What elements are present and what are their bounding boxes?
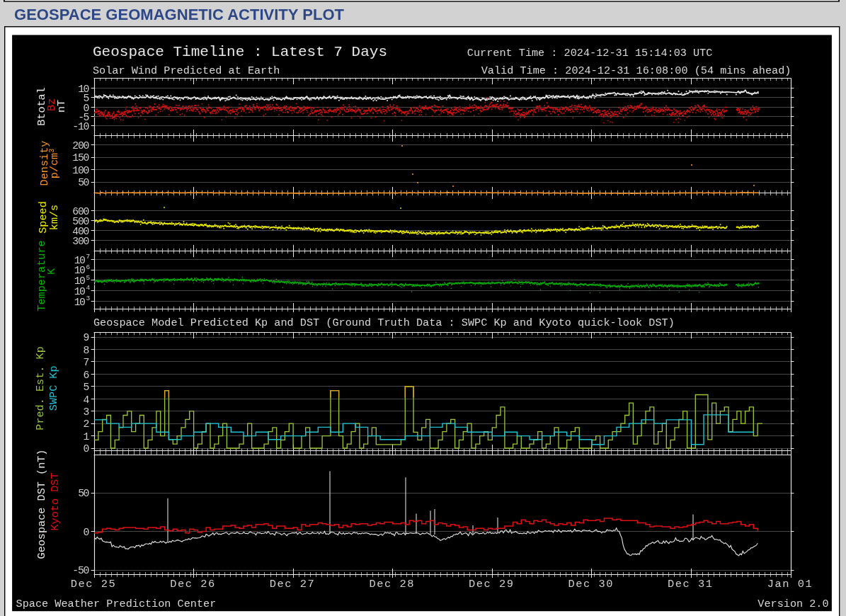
- svg-text:5: 5: [86, 274, 91, 282]
- svg-text:2: 2: [84, 418, 90, 430]
- svg-text:Solar Wind Predicted at Earth: Solar Wind Predicted at Earth: [93, 64, 280, 77]
- svg-text:3: 3: [86, 295, 91, 302]
- svg-text:Kyoto DST: Kyoto DST: [49, 472, 62, 530]
- svg-text:Geospace Timeline : Latest 7 D: Geospace Timeline : Latest 7 Days: [93, 44, 387, 60]
- svg-text:km/s: km/s: [48, 205, 61, 230]
- svg-text:50: 50: [78, 177, 89, 188]
- svg-text:4: 4: [84, 394, 90, 406]
- svg-text:10: 10: [74, 255, 86, 266]
- svg-text:Geospace Model Predicted Kp an: Geospace Model Predicted Kp and DST (Gro…: [93, 316, 675, 329]
- svg-text:Version 2.0: Version 2.0: [758, 598, 828, 610]
- svg-text:7: 7: [84, 357, 90, 368]
- svg-text:4: 4: [86, 284, 91, 292]
- svg-text:nT: nT: [55, 100, 68, 113]
- svg-text:200: 200: [72, 140, 89, 152]
- svg-text:Geospace DST (nT): Geospace DST (nT): [35, 450, 48, 559]
- svg-text:p/cm3: p/cm3: [48, 149, 61, 178]
- svg-text:Temperature: Temperature: [35, 240, 48, 311]
- svg-text:8: 8: [84, 345, 90, 356]
- svg-text:50: 50: [78, 488, 89, 499]
- svg-text:-10: -10: [72, 121, 89, 132]
- svg-text:0: 0: [84, 527, 90, 538]
- svg-text:10: 10: [74, 275, 86, 287]
- svg-text:-50: -50: [72, 565, 89, 576]
- svg-text:Space Weather Prediction Cente: Space Weather Prediction Center: [16, 598, 217, 610]
- svg-text:Pred. Est. Kp: Pred. Est. Kp: [34, 346, 47, 430]
- svg-text:0: 0: [84, 443, 90, 455]
- svg-text:10: 10: [74, 286, 86, 297]
- svg-text:1: 1: [84, 431, 90, 443]
- svg-text:3: 3: [84, 406, 90, 418]
- svg-text:6: 6: [86, 263, 91, 271]
- svg-text:150: 150: [72, 152, 89, 164]
- svg-text:100: 100: [72, 165, 89, 176]
- svg-text:SWPC Kp: SWPC Kp: [47, 365, 60, 411]
- svg-text:10: 10: [74, 297, 86, 308]
- svg-text:300: 300: [72, 236, 89, 247]
- svg-text:Current Time : 2024-12-31 15:1: Current Time : 2024-12-31 15:14:03 UTC: [467, 47, 713, 59]
- svg-text:5: 5: [84, 382, 90, 393]
- svg-text:Valid Time : 2024-12-31 16:08:: Valid Time : 2024-12-31 16:08:00 (54 min…: [481, 64, 791, 77]
- svg-text:10: 10: [74, 265, 86, 276]
- svg-text:7: 7: [86, 253, 91, 261]
- svg-text:9: 9: [84, 332, 90, 343]
- svg-text:6: 6: [84, 370, 90, 381]
- svg-text:K: K: [45, 268, 58, 275]
- svg-text:GEOSPACE GEOMAGNETIC ACTIVITY: GEOSPACE GEOMAGNETIC ACTIVITY PLOT: [14, 6, 344, 23]
